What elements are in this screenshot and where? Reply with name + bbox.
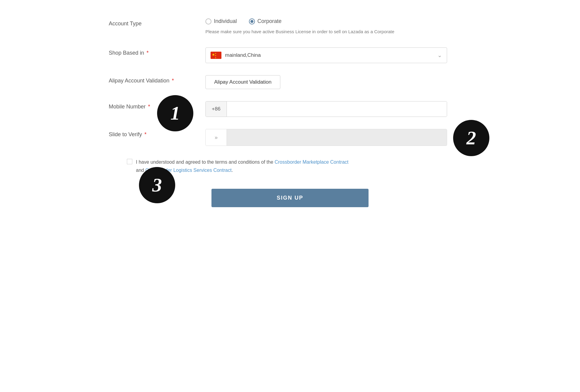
account-type-row: Account Type Individual Corporate Please… <box>109 18 471 35</box>
account-type-control: Individual Corporate Please make sure yo… <box>205 18 471 35</box>
slide-required-star: * <box>143 131 147 137</box>
terms-text-before: I have understood and agreed to the term… <box>136 159 273 165</box>
crossborder-logistics-link[interactable]: Crossborder Logistics Services Contract <box>145 168 231 173</box>
alipay-label: Alipay Account Validation * <box>109 75 205 84</box>
mobile-input-group: +86 <box>205 101 447 117</box>
radio-circle-individual <box>205 18 211 24</box>
terms-checkbox[interactable] <box>127 159 132 164</box>
slide-to-verify-label: Slide to Verify * <box>109 129 205 138</box>
account-type-note: Please make sure you have active Busines… <box>205 28 417 35</box>
radio-individual-label: Individual <box>214 18 237 24</box>
shop-based-in-label: Shop Based in * <box>109 47 205 56</box>
terms-text-middle: and <box>136 168 144 173</box>
slide-to-verify-control: » <box>205 129 471 146</box>
alipay-control: Alipay Account Validation <box>205 75 471 89</box>
slide-to-verify-row: Slide to Verify * » 2 <box>109 129 471 146</box>
crossborder-marketplace-link[interactable]: Crossborder Marketplace Contract <box>275 159 349 165</box>
signup-button-wrapper: SIGN UP <box>109 189 471 207</box>
mobile-number-label: Mobile Number * <box>109 101 205 110</box>
mobile-number-control: +86 <box>205 101 471 117</box>
shop-based-in-dropdown[interactable]: ★ ★ ★ ★ ★ mainland,China ⌄ <box>205 47 447 63</box>
account-type-radios: Individual Corporate <box>205 18 471 24</box>
sign-up-button[interactable]: SIGN UP <box>211 189 369 207</box>
chevron-down-icon: ⌄ <box>437 52 442 59</box>
terms-row: 3 I have understood and agreed to the te… <box>109 158 441 174</box>
alipay-required-star: * <box>170 78 174 84</box>
alipay-row: Alipay Account Validation * Alipay Accou… <box>109 75 471 89</box>
shop-based-in-control: ★ ★ ★ ★ ★ mainland,China ⌄ <box>205 47 471 63</box>
annotation-circle-1: 1 <box>157 95 193 131</box>
slide-button[interactable]: » <box>206 129 227 146</box>
shop-based-in-value: mainland,China <box>225 52 435 58</box>
china-flag-icon: ★ ★ ★ ★ ★ <box>211 52 221 59</box>
country-code-display: +86 <box>206 101 227 117</box>
terms-text: I have understood and agreed to the term… <box>136 158 441 174</box>
account-type-label: Account Type <box>109 18 205 27</box>
radio-corporate-label: Corporate <box>257 18 282 24</box>
required-star: * <box>145 50 149 56</box>
mobile-number-row: Mobile Number * +86 1 <box>109 101 471 117</box>
radio-corporate[interactable]: Corporate <box>249 18 282 24</box>
shop-based-in-row: Shop Based in * ★ ★ ★ ★ ★ mainland,China <box>109 47 471 63</box>
terms-text-after: . <box>232 168 233 173</box>
slide-track <box>227 129 447 146</box>
radio-individual[interactable]: Individual <box>205 18 237 24</box>
slide-verify-container[interactable]: » <box>205 129 447 146</box>
mobile-number-input[interactable] <box>227 101 447 117</box>
radio-circle-corporate <box>249 18 255 24</box>
mobile-required-star: * <box>147 104 150 110</box>
registration-form: Account Type Individual Corporate Please… <box>109 18 471 207</box>
alipay-validation-button[interactable]: Alipay Account Validation <box>205 75 280 89</box>
